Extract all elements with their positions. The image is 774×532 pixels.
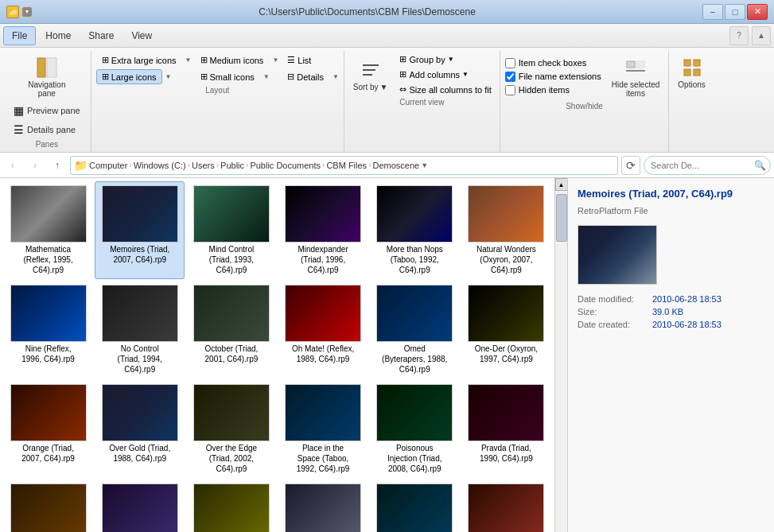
- breadcrumb-cbm[interactable]: CBM Files: [326, 161, 367, 170]
- breadcrumb-public[interactable]: Public: [220, 161, 244, 170]
- file-name: More than Nops (Taboo, 1992, C64).rp9: [387, 244, 443, 275]
- breadcrumb-dropdown-arrow[interactable]: ▼: [421, 161, 428, 169]
- scrollbar-up-button[interactable]: ▲: [555, 178, 568, 191]
- breadcrumb-demoscene[interactable]: Demoscene: [372, 161, 419, 170]
- menu-view[interactable]: View: [123, 27, 160, 45]
- file-item[interactable]: rp9 file: [186, 480, 276, 532]
- title-bar: 📁 ▼ C:\Users\Public\Documents\CBM Files\…: [0, 0, 774, 24]
- forward-button[interactable]: ›: [25, 156, 45, 175]
- file-item[interactable]: Nine (Reflex, 1996, C64).rp9: [3, 281, 93, 379]
- file-thumbnail: [285, 285, 361, 342]
- file-grid-container[interactable]: Mathematica (Reflex, 1995, C64).rp9Memoi…: [0, 178, 554, 532]
- menu-file[interactable]: File: [3, 26, 36, 45]
- menu-share[interactable]: Share: [80, 27, 122, 45]
- medium-icons-dropdown[interactable]: ▼: [272, 56, 278, 64]
- show-hide-group-label: Show/hide: [566, 102, 603, 111]
- window-controls: − □ ✕: [702, 4, 768, 20]
- file-name: No Control (Triad, 1994, C64).rp9: [118, 344, 162, 375]
- group-by-button[interactable]: ⊞ Group by ▼: [396, 52, 494, 66]
- breadcrumb-users[interactable]: Users: [192, 161, 215, 170]
- layout-col1: ⊞ Extra large icons ▼ ⊞ Large icons ▼: [96, 52, 192, 84]
- file-thumbnail: [468, 285, 544, 342]
- file-item[interactable]: More than Nops (Taboo, 1992, C64).rp9: [370, 181, 460, 279]
- hide-selected-button[interactable]: Hide selected items: [608, 52, 664, 100]
- ribbon-group-show-hide: Item check boxes File name extensions Hi…: [500, 51, 670, 152]
- search-input[interactable]: [644, 156, 771, 175]
- file-item[interactable]: rp9 file: [278, 480, 368, 532]
- file-item[interactable]: Memoires (Triad, 2007, C64).rp9: [95, 181, 185, 279]
- list-button[interactable]: ☰ List: [282, 52, 317, 68]
- file-item[interactable]: Omed (Byterapers, 1988, C64).rp9: [370, 281, 460, 379]
- show-hide-row: Item check boxes File name extensions Hi…: [505, 52, 664, 100]
- details-button[interactable]: ⊟ Details: [282, 69, 329, 84]
- menu-home[interactable]: Home: [37, 27, 79, 45]
- quick-access-icon: ▼: [22, 7, 32, 17]
- file-ext-row[interactable]: File name extensions: [505, 72, 601, 82]
- file-item[interactable]: Pravda (Triad, 1990, C64).rp9: [461, 380, 551, 478]
- breadcrumb-windows[interactable]: Windows (C:): [134, 161, 186, 170]
- item-checkboxes-row[interactable]: Item check boxes: [505, 58, 601, 68]
- file-item[interactable]: Over the Edge (Triad, 2002, C64).rp9: [186, 380, 276, 478]
- file-item[interactable]: No Control (Triad, 1994, C64).rp9: [95, 281, 185, 379]
- preview-pane-button[interactable]: ▦ Preview pane: [8, 102, 86, 119]
- options-button[interactable]: Options: [674, 52, 709, 91]
- up-button[interactable]: ↑: [48, 156, 67, 175]
- hide-selected-label: Hide selected items: [612, 80, 660, 98]
- details-dropdown[interactable]: ▼: [333, 73, 339, 80]
- size-columns-icon: ⇔: [399, 84, 406, 95]
- file-item[interactable]: Oh Mate! (Reflex, 1989, C64).rp9: [278, 281, 368, 379]
- file-item[interactable]: rp9 file: [3, 480, 93, 532]
- ribbon-group-current-view: Sort by▼ ⊞ Group by ▼ ⊞ Add columns ▼ ⇔ …: [344, 51, 500, 152]
- sort-by-button[interactable]: Sort by▼: [349, 55, 392, 94]
- file-item[interactable]: rp9 file: [95, 480, 185, 532]
- breadcrumb-bar[interactable]: 📁 Computer › Windows (C:) › Users › Publ…: [70, 156, 618, 175]
- size-columns-button[interactable]: ⇔ Size all columns to fit: [396, 83, 494, 96]
- large-icons-icon: ⊞: [102, 72, 109, 82]
- small-icons-dropdown[interactable]: ▼: [263, 73, 270, 80]
- expand-ribbon-button[interactable]: ▲: [752, 26, 771, 45]
- medium-icons-button[interactable]: ⊞ Medium icons: [195, 52, 270, 68]
- file-item[interactable]: Natural Wonders (Oxyron, 2007, C64).rp9: [461, 181, 551, 279]
- sort-by-label: Sort by▼: [353, 83, 388, 91]
- file-item[interactable]: Orange (Triad, 2007, C64).rp9: [3, 380, 93, 478]
- current-view-row: Sort by▼ ⊞ Group by ▼ ⊞ Add columns ▼ ⇔ …: [349, 52, 495, 96]
- file-item[interactable]: Place in the Space (Taboo, 1992, C64).rp…: [278, 380, 368, 478]
- large-icons-button[interactable]: ⊞ Large icons: [96, 69, 162, 84]
- back-button[interactable]: ‹: [3, 156, 22, 175]
- file-item[interactable]: Poisonous Injection (Triad, 2008, C64).r…: [370, 380, 460, 478]
- navigation-pane-button[interactable]: Navigation pane: [24, 52, 69, 100]
- file-item[interactable]: rp9 file: [461, 480, 551, 532]
- details-row: ⊟ Details ▼: [282, 69, 339, 84]
- close-button[interactable]: ✕: [747, 4, 768, 20]
- panes-row: Navigation pane: [24, 52, 69, 100]
- file-thumbnail: [376, 185, 453, 243]
- restore-button[interactable]: □: [725, 4, 745, 20]
- file-item[interactable]: Over Gold (Triad, 1988, C64).rp9: [95, 380, 185, 478]
- ribbon-group-layout: ⊞ Extra large icons ▼ ⊞ Large icons ▼: [91, 51, 344, 152]
- item-checkboxes-checkbox[interactable]: [505, 58, 515, 68]
- add-columns-button[interactable]: ⊞ Add columns ▼: [396, 68, 494, 81]
- hidden-items-checkbox[interactable]: [505, 85, 515, 95]
- file-item[interactable]: One-Der (Oxyron, 1997, C64).rp9: [461, 281, 551, 379]
- file-item[interactable]: Mind Control (Triad, 1993, C64).rp9: [186, 181, 276, 279]
- help-button[interactable]: ?: [729, 26, 749, 45]
- nav-pane-label: Navigation pane: [28, 80, 65, 98]
- file-ext-checkbox[interactable]: [505, 72, 515, 82]
- small-icons-button[interactable]: ⊞ Small icons: [195, 69, 260, 84]
- minimize-button[interactable]: −: [702, 4, 723, 20]
- breadcrumb-computer[interactable]: Computer: [89, 161, 127, 170]
- file-item[interactable]: October (Triad, 2001, C64).rp9: [186, 281, 276, 379]
- layout-col2: ⊞ Medium icons ▼ ⊞ Small icons ▼: [195, 52, 279, 84]
- extra-large-icons-button[interactable]: ⊞ Extra large icons: [96, 52, 182, 68]
- large-icons-dropdown[interactable]: ▼: [165, 73, 172, 80]
- file-item[interactable]: Mindexpander (Triad, 1996, C64).rp9: [278, 181, 368, 279]
- scrollbar-thumb[interactable]: [556, 194, 567, 242]
- refresh-button[interactable]: ⟳: [621, 156, 640, 175]
- svg-rect-1: [47, 58, 56, 77]
- extra-large-dropdown[interactable]: ▼: [185, 56, 192, 64]
- details-pane-button[interactable]: ☰ Details pane: [8, 121, 81, 138]
- hidden-items-row[interactable]: Hidden items: [505, 85, 601, 95]
- breadcrumb-public-docs[interactable]: Public Documents: [250, 161, 321, 170]
- file-item[interactable]: rp9 file: [370, 480, 460, 532]
- file-item[interactable]: Mathematica (Reflex, 1995, C64).rp9: [3, 181, 93, 279]
